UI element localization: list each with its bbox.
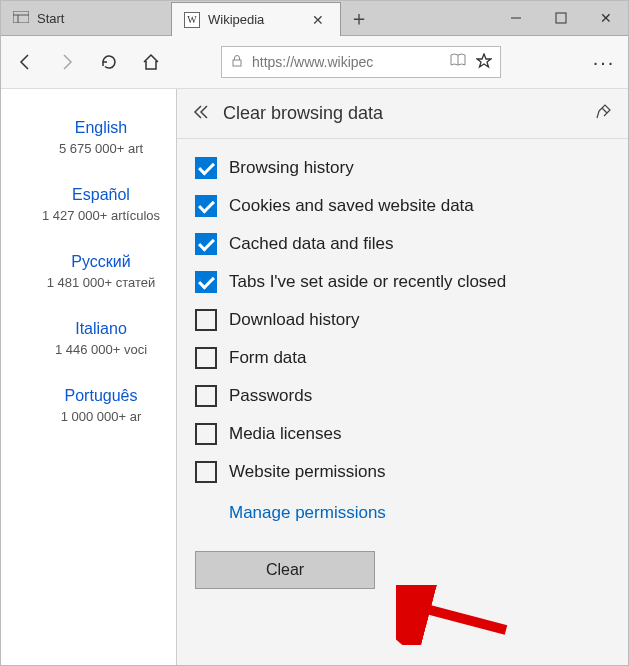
option-label: Browsing history [229, 158, 354, 178]
checkbox-icon[interactable] [195, 195, 217, 217]
clear-browsing-data-panel: Clear browsing data Browsing history Coo… [176, 89, 628, 665]
manage-permissions-link[interactable]: Manage permissions [229, 503, 610, 523]
panel-body: Browsing history Cookies and saved websi… [177, 139, 628, 607]
lock-icon [230, 54, 244, 71]
wikipedia-favicon: W [184, 12, 200, 28]
home-button[interactable] [139, 50, 163, 74]
option-cookies[interactable]: Cookies and saved website data [195, 195, 610, 217]
option-website-permissions[interactable]: Website permissions [195, 461, 610, 483]
svg-rect-5 [233, 60, 241, 66]
panel-title: Clear browsing data [223, 103, 584, 124]
start-page-icon [13, 11, 29, 26]
checkbox-icon[interactable] [195, 461, 217, 483]
option-tabs-set-aside[interactable]: Tabs I've set aside or recently closed [195, 271, 610, 293]
svg-rect-4 [556, 13, 566, 23]
option-cached-data[interactable]: Cached data and files [195, 233, 610, 255]
checkbox-icon[interactable] [195, 271, 217, 293]
favorite-icon[interactable] [476, 53, 492, 72]
reading-view-icon[interactable] [450, 53, 466, 72]
pin-icon[interactable] [596, 103, 612, 124]
lang-count: 1 446 000+ voci [21, 342, 181, 357]
checkbox-icon[interactable] [195, 233, 217, 255]
tab-label: Start [37, 11, 64, 26]
checkbox-icon[interactable] [195, 423, 217, 445]
lang-link[interactable]: Italiano [75, 320, 127, 337]
option-label: Website permissions [229, 462, 386, 482]
panel-header: Clear browsing data [177, 89, 628, 139]
minimize-button[interactable] [493, 1, 538, 35]
option-passwords[interactable]: Passwords [195, 385, 610, 407]
option-form-data[interactable]: Form data [195, 347, 610, 369]
lang-item: Italiano 1 446 000+ voci [21, 320, 181, 357]
tab-close-icon[interactable]: ✕ [308, 10, 328, 30]
lang-count: 1 481 000+ статей [21, 275, 181, 290]
option-media-licenses[interactable]: Media licenses [195, 423, 610, 445]
maximize-button[interactable] [538, 1, 583, 35]
tab-strip: Start W Wikipedia ✕ ＋ ✕ [1, 1, 628, 36]
lang-link[interactable]: Русский [71, 253, 130, 270]
checkbox-icon[interactable] [195, 385, 217, 407]
lang-count: 1 427 000+ artículos [21, 208, 181, 223]
option-label: Tabs I've set aside or recently closed [229, 272, 506, 292]
lang-item: Русский 1 481 000+ статей [21, 253, 181, 290]
lang-item: Português 1 000 000+ ar [21, 387, 181, 424]
lang-item: Español 1 427 000+ artículos [21, 186, 181, 223]
tab-label: Wikipedia [208, 12, 264, 27]
checkbox-icon[interactable] [195, 309, 217, 331]
panel-back-icon[interactable] [193, 103, 211, 124]
address-bar[interactable]: https://www.wikipec [221, 46, 501, 78]
option-label: Cached data and files [229, 234, 393, 254]
option-label: Passwords [229, 386, 312, 406]
option-label: Media licenses [229, 424, 341, 444]
option-download-history[interactable]: Download history [195, 309, 610, 331]
option-browsing-history[interactable]: Browsing history [195, 157, 610, 179]
checkbox-icon[interactable] [195, 157, 217, 179]
checkbox-icon[interactable] [195, 347, 217, 369]
lang-count: 5 675 000+ art [21, 141, 181, 156]
lang-count: 1 000 000+ ar [21, 409, 181, 424]
clear-button[interactable]: Clear [195, 551, 375, 589]
url-text: https://www.wikipec [252, 54, 442, 70]
svg-rect-0 [13, 11, 29, 23]
option-label: Form data [229, 348, 306, 368]
window-controls: ✕ [493, 1, 628, 35]
refresh-button[interactable] [97, 50, 121, 74]
lang-link[interactable]: English [75, 119, 127, 136]
forward-button[interactable] [55, 50, 79, 74]
tab-wikipedia[interactable]: W Wikipedia ✕ [171, 2, 341, 36]
lang-link[interactable]: Español [72, 186, 130, 203]
option-label: Cookies and saved website data [229, 196, 474, 216]
toolbar: https://www.wikipec ··· [1, 36, 628, 89]
option-label: Download history [229, 310, 359, 330]
lang-link[interactable]: Português [65, 387, 138, 404]
new-tab-button[interactable]: ＋ [341, 1, 377, 35]
back-button[interactable] [13, 50, 37, 74]
more-menu-button[interactable]: ··· [592, 50, 616, 74]
lang-item: English 5 675 000+ art [21, 119, 181, 156]
tab-start[interactable]: Start [1, 1, 171, 35]
window-close-button[interactable]: ✕ [583, 1, 628, 35]
wikipedia-language-list: English 5 675 000+ art Español 1 427 000… [1, 89, 201, 454]
